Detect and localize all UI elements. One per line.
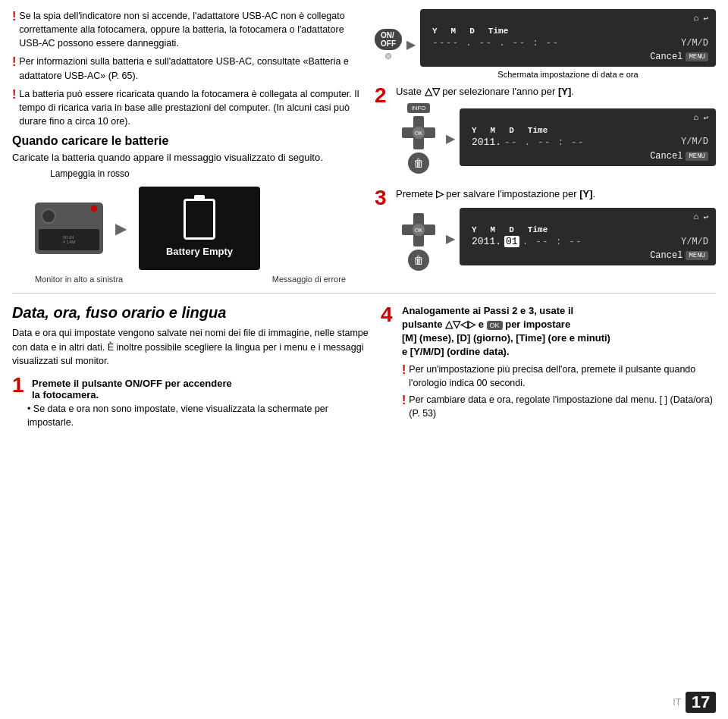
step3-text: Premete ▷ per salvare l'impostazione per… (396, 187, 716, 201)
top-section: ! Se la spia dell'indicatore non si acce… (12, 9, 716, 288)
red-indicator-dot (91, 206, 97, 212)
label-y-2: Y (472, 126, 477, 135)
display-values-3: 2011. 01 . -- : -- Y/M/D (467, 236, 708, 247)
return-icon-3: ↩ (703, 212, 708, 222)
label-m-3: M (491, 225, 496, 234)
step3-controls-row: OK 🗑 ▶ ⌂ ↩ Y (396, 206, 716, 271)
ok-inline-btn: OK (487, 321, 503, 330)
step1-number: 1 (12, 375, 29, 396)
monitor-labels-row: Monitor in alto a sinistra Messaggio di … (35, 275, 346, 284)
display-dashes-1: ---- . -- . -- : -- (432, 37, 559, 49)
display-top-icons-2: ⌂ ↩ (467, 113, 708, 123)
label-m-1: M (451, 27, 457, 36)
right-column: ON/OFF ▶ ⌂ ↩ Y M D T (375, 9, 716, 288)
display-top-icons-3: ⌂ ↩ (467, 212, 708, 222)
menu-button-1[interactable]: MENU (686, 52, 708, 61)
step3-number: 3 (375, 187, 391, 209)
display-labels-2: Y M D Time (467, 126, 708, 135)
label-time-2: Time (528, 126, 548, 135)
step1-display-row: ON/OFF ▶ ⌂ ↩ Y M D T (375, 9, 716, 79)
label-d-3: D (509, 225, 514, 234)
label-y-1: Y (432, 27, 438, 36)
data-title: Data, ora, fuso orario e lingua (12, 304, 369, 322)
display-ymd-3: Y/M/D (681, 237, 708, 247)
arrow-step3: ▶ (446, 231, 455, 246)
step1-item: 1 Premete il pulsante ON/OFF per accende… (12, 375, 369, 429)
arrow-icon: ▶ (115, 219, 127, 237)
label-m-2: M (491, 126, 496, 135)
monitor-label: Monitor in alto a sinistra (35, 275, 123, 284)
year-value-3: 2011. (472, 236, 501, 247)
label-d-1: D (469, 27, 475, 36)
battery-empty-display: Battery Empty (139, 187, 260, 270)
bottom-right: 4 Analogamente ai Passi 2 e 3, usate il … (381, 304, 716, 711)
step2-content: Usate △▽ per selezionare l'anno per [Y].… (396, 85, 716, 180)
step4-warning-2: ! Per cambiare data e ora, regolate l'im… (402, 393, 716, 420)
cam-controls-2: INFO OK 🗑 (396, 103, 441, 174)
step4-warning-1: ! Per un'impostazione più precisa dell'o… (402, 363, 716, 390)
display-dashes-3: . -- : -- (522, 236, 582, 247)
menu-button-3[interactable]: MENU (686, 251, 708, 260)
bottom-left: Data, ora, fuso orario e lingua Data e o… (12, 304, 369, 711)
label-d-2: D (509, 126, 514, 135)
onoff-button[interactable]: ON/OFF (375, 29, 402, 50)
divider-line (12, 293, 716, 294)
label-time-1: Time (488, 27, 508, 36)
step2-text: Usate △▽ per selezionare l'anno per [Y]. (396, 85, 716, 99)
month-highlight-3: 01 (504, 236, 519, 247)
warning-icon-3: ! (12, 88, 16, 102)
step3-row: 3 Premete ▷ per salvare l'impostazione p… (375, 187, 716, 277)
warn-icon-4a: ! (402, 363, 406, 377)
cam-controls-3: OK 🗑 (396, 206, 441, 271)
step4-row: 4 Analogamente ai Passi 2 e 3, usate il … (381, 304, 716, 420)
left-column: ! Se la spia dell'indicatore non si acce… (12, 9, 369, 288)
warning-text-3: La batteria può essere ricaricata quando… (19, 87, 369, 128)
step2-number: 2 (375, 85, 391, 106)
step2-row: 2 Usate △▽ per selezionare l'anno per [Y… (375, 85, 716, 180)
warning-block-1: ! Se la spia dell'indicatore non si acce… (12, 9, 369, 50)
page: ! Se la spia dell'indicatore non si acce… (0, 0, 728, 719)
display-ymd-2: Y/M/D (681, 137, 708, 147)
illustration-row: 00:344 14M ▶ Battery Empty (35, 187, 369, 270)
display-cancel-2: Cancel MENU (467, 151, 708, 162)
arrow-step2: ▶ (446, 131, 455, 146)
display-screen-2: ⌂ ↩ Y M D Time 2011. (460, 108, 716, 169)
quando-sub: Caricate la batteria quando appare il me… (12, 151, 369, 165)
label-y-3: Y (472, 225, 477, 234)
warning-text-1: Se la spia dell'indicatore non si accend… (19, 9, 369, 50)
d-pad-2: OK (402, 116, 435, 149)
warn-text-4a: Per un'impostazione più precisa dell'ora… (409, 363, 716, 390)
warning-icon-2: ! (12, 55, 16, 69)
quando-title: Quando caricare le batterie (12, 134, 369, 148)
menu-button-2[interactable]: MENU (686, 152, 708, 161)
step3-content: Premete ▷ per salvare l'impostazione per… (396, 187, 716, 277)
home-icon-1: ⌂ (694, 14, 699, 24)
page-footer: IT 17 (673, 692, 716, 713)
display-cancel-3: Cancel MENU (467, 250, 708, 261)
step4-content: Analogamente ai Passi 2 e 3, usate il pu… (402, 304, 716, 420)
home-icon-2: ⌂ (694, 113, 699, 123)
warning-icon-1: ! (12, 10, 16, 24)
warn-icon-4b: ! (402, 394, 406, 407)
lampeggia-label: Lampeggia in rosso (50, 168, 369, 179)
trash-button-3[interactable]: 🗑 (408, 250, 429, 271)
data-text: Data e ora qui impostate vengono salvate… (12, 326, 369, 369)
display-top-icons-1: ⌂ ↩ (428, 14, 708, 24)
page-number: 17 (686, 692, 716, 713)
display-ymd-1: Y/M/D (681, 38, 708, 49)
label-time-3: Time (528, 225, 548, 234)
home-icon-3: ⌂ (694, 212, 699, 222)
display-values-1: ---- . -- . -- : -- Y/M/D (428, 37, 708, 49)
power-indicator (385, 53, 391, 59)
messaggio-label: Messaggio di errore (272, 275, 346, 284)
bottom-section: Data, ora, fuso orario e lingua Data e o… (12, 304, 716, 711)
lang-label: IT (673, 697, 681, 708)
display-labels-1: Y M D Time (428, 27, 708, 36)
display-labels-3: Y M D Time (467, 225, 708, 234)
display-screen-3: ⌂ ↩ Y M D Time 2011. (460, 208, 716, 268)
trash-button-2[interactable]: 🗑 (408, 152, 429, 174)
warning-text-2: Per informazioni sulla batteria e sull'a… (19, 55, 369, 82)
step1-header-text: Premete il pulsante ON/OFF per accendere… (32, 378, 232, 400)
camera-display-3: ⌂ ↩ Y M D Time 2011. (460, 208, 716, 265)
info-button-2[interactable]: INFO (407, 103, 429, 113)
